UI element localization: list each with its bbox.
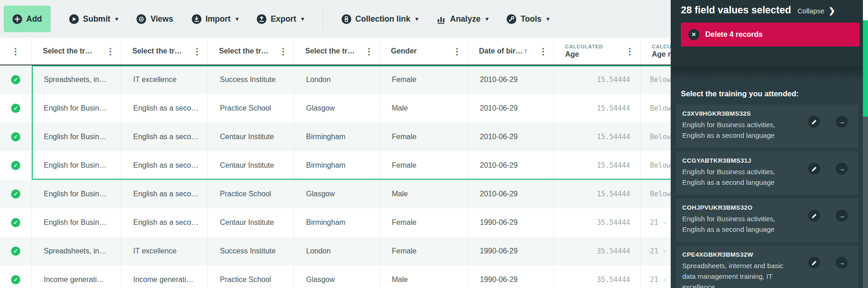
cell-age[interactable]: 15.54444 [554, 65, 641, 94]
column-header-school[interactable]: Select the tr…⋮ [208, 38, 294, 65]
add-button[interactable]: Add [4, 6, 51, 32]
cell-gender[interactable]: Female [380, 237, 468, 265]
views-button[interactable]: Views [136, 14, 173, 24]
cell-dob[interactable]: 1990-06-29 [468, 208, 554, 237]
cell-dob[interactable]: 1990-06-29 [468, 237, 554, 265]
cell-gender[interactable]: Female [380, 208, 468, 237]
cell-school[interactable]: Practice School [208, 94, 294, 123]
cell-training[interactable]: Spreadsheets, in… [32, 65, 121, 94]
cell-training[interactable]: English for Busin… [32, 94, 121, 123]
submit-button[interactable]: Submit ▾ [69, 14, 118, 24]
scrollbar-thumb[interactable] [863, 20, 868, 117]
cell-gender[interactable]: Female [380, 123, 468, 151]
cell-age[interactable]: 35.54444 [554, 208, 641, 237]
cell-school[interactable]: Success Institute [208, 237, 294, 265]
cell-age[interactable]: 35.54444 [554, 265, 641, 288]
kebab-icon[interactable]: ⋮ [106, 47, 115, 56]
row-status-check-icon[interactable]: ✓ [11, 218, 20, 227]
edit-record-button[interactable] [808, 116, 820, 128]
export-button[interactable]: Export ▾ [257, 14, 304, 24]
cell-dob[interactable]: 1990-06-29 [468, 265, 554, 288]
cell-city[interactable]: Birmingham [294, 123, 380, 151]
cell-type[interactable]: English as a seco… [121, 123, 208, 151]
column-header-city[interactable]: Select the tr…⋮ [294, 38, 380, 65]
cell-city[interactable]: London [294, 65, 380, 94]
cell-type[interactable]: English as a seco… [121, 94, 208, 123]
open-record-button[interactable]: → [836, 210, 848, 222]
cell-age[interactable]: 15.54444 [554, 180, 641, 208]
delete-records-button[interactable]: ✕ Delete 4 records [681, 23, 860, 47]
cell-school[interactable]: Centaur Institute [208, 123, 294, 151]
cell-city[interactable]: Glasgow [294, 265, 380, 288]
cell-city[interactable]: Birmingham [294, 151, 380, 180]
tools-button[interactable]: Tools ▾ [507, 14, 549, 24]
open-record-button[interactable]: → [836, 116, 848, 128]
cell-training[interactable]: English for Busin… [32, 151, 121, 180]
collapse-button[interactable]: Collapse [797, 7, 824, 15]
cell-training[interactable]: English for Busin… [32, 180, 121, 208]
open-record-button[interactable]: → [836, 257, 848, 269]
cell-training[interactable]: English for Busin… [32, 123, 121, 151]
cell-dob[interactable]: 2010-06-29 [468, 180, 554, 208]
cell-city[interactable]: London [294, 237, 380, 265]
cell-age[interactable]: 15.54444 [554, 151, 641, 180]
row-status-check-icon[interactable]: ✓ [11, 275, 20, 284]
kebab-icon[interactable]: ⋮ [453, 47, 461, 56]
cell-dob[interactable]: 2010-06-29 [468, 151, 554, 180]
cell-type[interactable]: English as a seco… [121, 208, 208, 237]
column-header-dob[interactable]: Date of bir…↑⋮ [468, 38, 554, 65]
cell-age[interactable]: 35.54444 [554, 237, 641, 265]
collapse-chevron-icon[interactable]: ❯ [828, 6, 835, 16]
cell-school[interactable]: Practice School [208, 180, 294, 208]
row-status-check-icon[interactable]: ✓ [11, 75, 20, 84]
cell-dob[interactable]: 2010-06-29 [468, 94, 554, 123]
cell-training[interactable]: Spreadsheets, in… [32, 237, 121, 265]
row-status-check-icon[interactable]: ✓ [11, 161, 20, 170]
row-status-check-icon[interactable]: ✓ [11, 189, 20, 199]
kebab-icon[interactable]: ⋮ [365, 47, 373, 56]
analyze-button[interactable]: Analyze ▾ [437, 14, 488, 24]
row-status-check-icon[interactable]: ✓ [11, 104, 20, 113]
edit-record-button[interactable] [808, 210, 820, 222]
edit-record-button[interactable] [808, 257, 820, 269]
cell-dob[interactable]: 2010-06-29 [468, 123, 554, 151]
cell-type[interactable]: English as a seco… [121, 151, 208, 180]
cell-type[interactable]: English as a seco… [121, 180, 208, 208]
cell-gender[interactable]: Male [380, 180, 468, 208]
cell-age[interactable]: 15.54444 [554, 94, 641, 123]
column-header-gender[interactable]: Gender⋮ [380, 38, 468, 65]
cell-gender[interactable]: Male [380, 265, 468, 288]
column-header-training[interactable]: Select the tr…⋮ [32, 38, 121, 65]
cell-type[interactable]: IT excellence [121, 237, 208, 265]
cell-school[interactable]: Centaur Institute [208, 151, 294, 180]
cell-city[interactable]: Glasgow [294, 94, 380, 123]
cell-training[interactable]: Income generati… [32, 265, 121, 288]
cell-gender[interactable]: Female [380, 65, 468, 94]
cell-type[interactable]: IT excellence [121, 65, 208, 94]
kebab-icon[interactable]: ⋮ [193, 47, 201, 56]
cell-city[interactable]: Glasgow [294, 180, 380, 208]
cell-training[interactable]: English for Busin… [32, 208, 121, 237]
column-header-training-type[interactable]: Select the tr…⋮ [121, 38, 208, 65]
cell-city[interactable]: Birmingham [294, 208, 380, 237]
collection-link-button[interactable]: Collection link ▾ [342, 14, 419, 24]
cell-age[interactable]: 15.54444 [554, 123, 641, 151]
cell-type[interactable]: Income generati… [121, 265, 208, 288]
kebab-icon[interactable]: ⋮ [539, 47, 548, 56]
row-menu-header[interactable]: ⋮ [0, 38, 32, 65]
cell-school[interactable]: Practice School [208, 265, 294, 288]
import-button[interactable]: Import ▾ [192, 14, 238, 24]
kebab-icon[interactable]: ⋮ [279, 47, 288, 56]
page-scrollbar [863, 0, 868, 288]
cell-school[interactable]: Centaur Institute [208, 208, 294, 237]
cell-gender[interactable]: Female [380, 151, 468, 180]
row-status-check-icon[interactable]: ✓ [11, 247, 20, 256]
open-record-button[interactable]: → [836, 163, 848, 175]
cell-gender[interactable]: Male [380, 94, 468, 123]
row-status-check-icon[interactable]: ✓ [11, 132, 20, 141]
cell-dob[interactable]: 2010-06-29 [468, 65, 554, 94]
column-header-age[interactable]: CALCULATEDAge ⋮ [554, 38, 641, 65]
edit-record-button[interactable] [808, 163, 820, 175]
cell-school[interactable]: Success Institute [208, 65, 294, 94]
kebab-icon[interactable]: ⋮ [626, 47, 634, 56]
